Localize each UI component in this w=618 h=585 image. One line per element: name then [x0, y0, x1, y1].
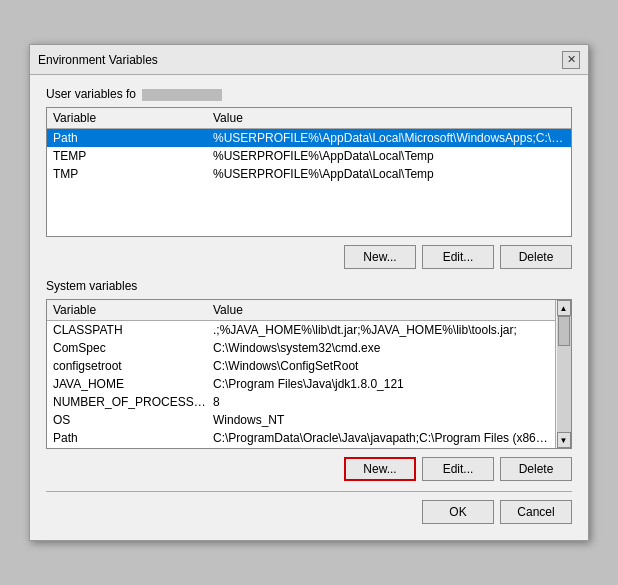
user-var-header: Variable [53, 111, 213, 125]
table-row[interactable]: OS Windows_NT [47, 411, 555, 429]
user-new-button[interactable]: New... [344, 245, 416, 269]
sys-val-cell: C:\Windows\ConfigSetRoot [213, 359, 549, 373]
ok-button[interactable]: OK [422, 500, 494, 524]
sys-var-cell: JAVA_HOME [53, 377, 213, 391]
table-row[interactable]: TEMP %USERPROFILE%\AppData\Local\Temp [47, 147, 571, 165]
username-redacted [142, 89, 222, 101]
system-buttons: New... Edit... Delete [46, 457, 572, 481]
sys-val-header: Value [213, 303, 549, 317]
sys-val-cell: C:\ProgramData\Oracle\Java\javapath;C:\P… [213, 431, 549, 445]
table-row[interactable]: ComSpec C:\Windows\system32\cmd.exe [47, 339, 555, 357]
footer-buttons: OK Cancel [46, 492, 572, 528]
scrollbar-thumb[interactable] [558, 316, 570, 346]
system-table-header: Variable Value [47, 300, 555, 321]
user-val-header: Value [213, 111, 565, 125]
user-buttons: New... Edit... Delete [46, 245, 572, 269]
environment-variables-dialog: Environment Variables ✕ User variables f… [29, 44, 589, 541]
table-row[interactable]: NUMBER_OF_PROCESSORS 8 [47, 393, 555, 411]
system-table-scrollbar[interactable]: ▲ ▼ [555, 300, 571, 448]
sys-var-cell: NUMBER_OF_PROCESSORS [53, 395, 213, 409]
user-variables-section: User variables fo Variable Value Path %U… [46, 87, 572, 269]
system-table-scroll: Variable Value CLASSPATH .;%JAVA_HOME%\l… [47, 300, 555, 448]
dialog-title: Environment Variables [38, 53, 158, 67]
sys-var-cell: Path [53, 431, 213, 445]
user-variables-table: Variable Value Path %USERPROFILE%\AppDat… [46, 107, 572, 237]
user-edit-button[interactable]: Edit... [422, 245, 494, 269]
user-val-cell: %USERPROFILE%\AppData\Local\Temp [213, 167, 565, 181]
system-edit-button[interactable]: Edit... [422, 457, 494, 481]
table-row[interactable]: JAVA_HOME C:\Program Files\Java\jdk1.8.0… [47, 375, 555, 393]
user-table-header: Variable Value [47, 108, 571, 129]
sys-val-cell: Windows_NT [213, 413, 549, 427]
system-delete-button[interactable]: Delete [500, 457, 572, 481]
system-new-button[interactable]: New... [344, 457, 416, 481]
table-row[interactable]: Path C:\ProgramData\Oracle\Java\javapath… [47, 429, 555, 447]
sys-val-cell: C:\Windows\system32\cmd.exe [213, 341, 549, 355]
system-section-label: System variables [46, 279, 572, 293]
table-row[interactable]: CLASSPATH .;%JAVA_HOME%\lib\dt.jar;%JAVA… [47, 321, 555, 339]
cancel-button[interactable]: Cancel [500, 500, 572, 524]
close-button[interactable]: ✕ [562, 51, 580, 69]
user-var-cell: TEMP [53, 149, 213, 163]
sys-var-header: Variable [53, 303, 213, 317]
system-variables-table: Variable Value CLASSPATH .;%JAVA_HOME%\l… [46, 299, 572, 449]
dialog-body: User variables fo Variable Value Path %U… [30, 75, 588, 540]
sys-val-cell: .;%JAVA_HOME%\lib\dt.jar;%JAVA_HOME%\lib… [213, 323, 549, 337]
sys-var-cell: CLASSPATH [53, 323, 213, 337]
table-row[interactable]: Path %USERPROFILE%\AppData\Local\Microso… [47, 129, 571, 147]
sys-val-cell: 8 [213, 395, 549, 409]
system-variables-section: System variables Variable Value CLASSPAT… [46, 279, 572, 481]
sys-var-cell: OS [53, 413, 213, 427]
scrollbar-up-button[interactable]: ▲ [557, 300, 571, 316]
sys-var-cell: configsetroot [53, 359, 213, 373]
title-bar: Environment Variables ✕ [30, 45, 588, 75]
user-delete-button[interactable]: Delete [500, 245, 572, 269]
sys-var-cell: ComSpec [53, 341, 213, 355]
user-var-cell: Path [53, 131, 213, 145]
user-val-cell: %USERPROFILE%\AppData\Local\Temp [213, 149, 565, 163]
user-val-cell: %USERPROFILE%\AppData\Local\Microsoft\Wi… [213, 131, 565, 145]
user-var-cell: TMP [53, 167, 213, 181]
table-row[interactable]: configsetroot C:\Windows\ConfigSetRoot [47, 357, 555, 375]
sys-val-cell: C:\Program Files\Java\jdk1.8.0_121 [213, 377, 549, 391]
table-row[interactable]: TMP %USERPROFILE%\AppData\Local\Temp [47, 165, 571, 183]
user-section-label: User variables fo [46, 87, 572, 101]
scrollbar-down-button[interactable]: ▼ [557, 432, 571, 448]
scrollbar-track [557, 316, 571, 432]
